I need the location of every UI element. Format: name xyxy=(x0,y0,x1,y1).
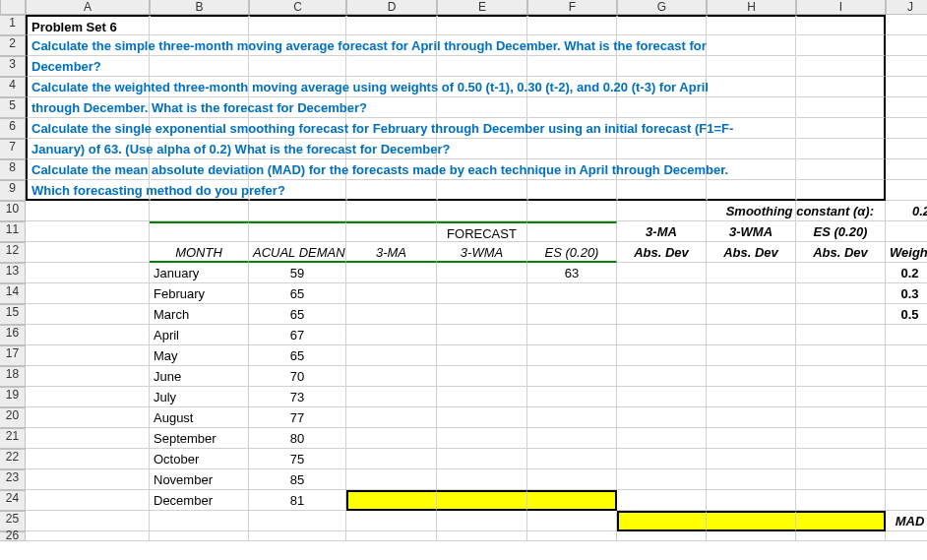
cell-H11[interactable]: 3-WMA xyxy=(707,221,796,242)
cell-A20[interactable] xyxy=(26,407,150,428)
cell-F21[interactable] xyxy=(527,428,617,449)
cell-A23[interactable] xyxy=(26,469,150,490)
cell-B18-month[interactable]: June xyxy=(150,366,249,387)
cell-E18[interactable] xyxy=(437,366,527,387)
cell-E16[interactable] xyxy=(437,325,527,345)
cell-J24[interactable] xyxy=(886,490,927,511)
cell-F9[interactable] xyxy=(527,180,617,201)
cell-F23[interactable] xyxy=(527,469,617,490)
cell-F14[interactable] xyxy=(527,283,617,304)
row-header-13[interactable]: 13 xyxy=(0,263,26,283)
cell-C13-demand[interactable]: 59 xyxy=(249,263,346,283)
cell-H4[interactable] xyxy=(707,77,796,97)
cell-G16[interactable] xyxy=(617,325,707,345)
cell-J11[interactable] xyxy=(886,221,927,242)
cell-E19[interactable] xyxy=(437,387,527,407)
cell-G5[interactable] xyxy=(617,97,707,118)
cell-I13[interactable] xyxy=(796,263,886,283)
cell-I23[interactable] xyxy=(796,469,886,490)
cell-G24[interactable] xyxy=(617,490,707,511)
cell-D10[interactable] xyxy=(346,201,437,221)
cell-D14[interactable] xyxy=(346,283,437,304)
row-header-22[interactable]: 22 xyxy=(0,449,26,469)
cell-E5[interactable] xyxy=(437,97,527,118)
cell-J8[interactable] xyxy=(886,159,927,180)
col-header-B[interactable]: B xyxy=(150,0,249,15)
cell-B19-month[interactable]: July xyxy=(150,387,249,407)
cell-I18[interactable] xyxy=(796,366,886,387)
cell-H18[interactable] xyxy=(707,366,796,387)
cell-F5[interactable] xyxy=(527,97,617,118)
cell-H17[interactable] xyxy=(707,345,796,366)
cell-G19[interactable] xyxy=(617,387,707,407)
cell-C26[interactable] xyxy=(249,531,346,541)
col-header-E[interactable]: E xyxy=(437,0,527,15)
cell-A14[interactable] xyxy=(26,283,150,304)
cell-C10[interactable] xyxy=(249,201,346,221)
cell-H1[interactable] xyxy=(707,15,796,35)
cell-H14[interactable] xyxy=(707,283,796,304)
cell-F25[interactable] xyxy=(527,511,617,531)
row-header-26[interactable]: 26 xyxy=(0,531,26,541)
cell-A5[interactable]: through December. What is the forecast f… xyxy=(26,97,150,118)
cell-F13-es[interactable]: 63 xyxy=(527,263,617,283)
cell-H5[interactable] xyxy=(707,97,796,118)
row-header-4[interactable]: 4 xyxy=(0,77,26,97)
cell-I7[interactable] xyxy=(796,139,886,159)
cell-A8[interactable]: Calculate the mean absolute deviation (M… xyxy=(26,159,150,180)
cell-H16[interactable] xyxy=(707,325,796,345)
cell-B16-month[interactable]: April xyxy=(150,325,249,345)
cell-E15[interactable] xyxy=(437,304,527,325)
cell-C14-demand[interactable]: 65 xyxy=(249,283,346,304)
cell-F16[interactable] xyxy=(527,325,617,345)
row-header-19[interactable]: 19 xyxy=(0,387,26,407)
cell-C12-actual-hdr[interactable]: ACUAL DEMAND xyxy=(249,242,346,263)
cell-C3[interactable] xyxy=(249,56,346,77)
cell-F12-es-hdr[interactable]: ES (0.20) xyxy=(527,242,617,263)
col-header-J[interactable]: J xyxy=(886,0,927,15)
cell-I19[interactable] xyxy=(796,387,886,407)
cell-J9[interactable] xyxy=(886,180,927,201)
cell-A22[interactable] xyxy=(26,449,150,469)
col-header-F[interactable]: F xyxy=(527,0,617,15)
col-header-D[interactable]: D xyxy=(346,0,437,15)
cell-E3[interactable] xyxy=(437,56,527,77)
cell-B14-month[interactable]: February xyxy=(150,283,249,304)
cell-C25[interactable] xyxy=(249,511,346,531)
row-header-7[interactable]: 7 xyxy=(0,139,26,159)
cell-G20[interactable] xyxy=(617,407,707,428)
cell-F17[interactable] xyxy=(527,345,617,366)
row-header-12[interactable]: 12 xyxy=(0,242,26,263)
cell-J7[interactable] xyxy=(886,139,927,159)
cell-E13[interactable] xyxy=(437,263,527,283)
cell-J3[interactable] xyxy=(886,56,927,77)
cell-A24[interactable] xyxy=(26,490,150,511)
row-header-3[interactable]: 3 xyxy=(0,56,26,77)
cell-A13[interactable] xyxy=(26,263,150,283)
cell-C23-demand[interactable]: 85 xyxy=(249,469,346,490)
cell-B17-month[interactable]: May xyxy=(150,345,249,366)
cell-A17[interactable] xyxy=(26,345,150,366)
cell-J5[interactable] xyxy=(886,97,927,118)
cell-H20[interactable] xyxy=(707,407,796,428)
cell-G9[interactable] xyxy=(617,180,707,201)
cell-I4[interactable] xyxy=(796,77,886,97)
cell-E24-answer[interactable] xyxy=(437,490,527,511)
cell-D20[interactable] xyxy=(346,407,437,428)
cell-A7[interactable]: January) of 63. (Use alpha of 0.2) What … xyxy=(26,139,150,159)
cell-D22[interactable] xyxy=(346,449,437,469)
cell-H15[interactable] xyxy=(707,304,796,325)
cell-B21-month[interactable]: September xyxy=(150,428,249,449)
cell-I2[interactable] xyxy=(796,35,886,56)
cell-A12[interactable] xyxy=(26,242,150,263)
cell-I24[interactable] xyxy=(796,490,886,511)
cell-J16[interactable] xyxy=(886,325,927,345)
cell-G15[interactable] xyxy=(617,304,707,325)
row-header-15[interactable]: 15 xyxy=(0,304,26,325)
cell-A26[interactable] xyxy=(26,531,150,541)
cell-H24[interactable] xyxy=(707,490,796,511)
cell-F15[interactable] xyxy=(527,304,617,325)
cell-G25-mad[interactable] xyxy=(617,511,707,531)
row-header-21[interactable]: 21 xyxy=(0,428,26,449)
cell-H9[interactable] xyxy=(707,180,796,201)
